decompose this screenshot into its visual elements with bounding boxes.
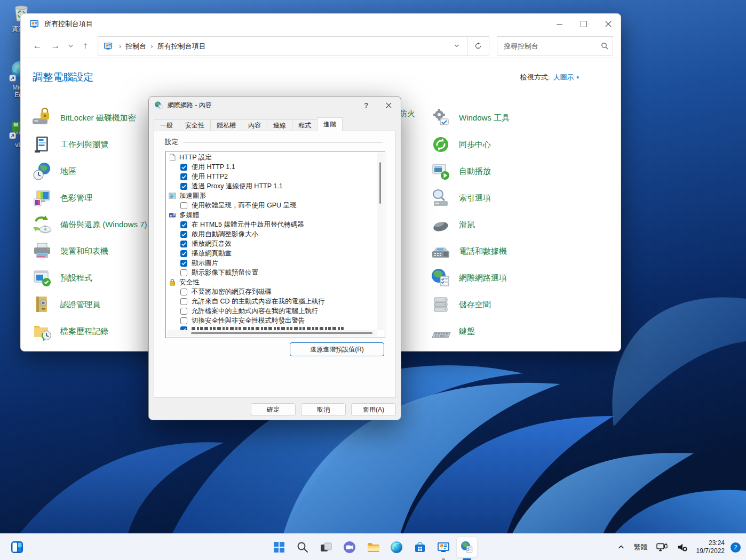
refresh-button[interactable]	[467, 36, 489, 55]
internet-options-button[interactable]	[456, 537, 478, 558]
cpl-item[interactable]: 自動播放	[430, 158, 510, 185]
settings-check-row[interactable]: 顯示影像下載預留位置	[167, 268, 376, 277]
checkbox[interactable]	[180, 308, 187, 315]
settings-check-label: 啟用自動調整影像大小	[192, 230, 258, 239]
ime-language-button[interactable]: 繁體	[632, 542, 650, 552]
tab-進階[interactable]: 進階	[317, 117, 343, 131]
search-button[interactable]	[292, 537, 313, 558]
settings-check-row-partial[interactable]	[167, 325, 376, 330]
settings-check-row[interactable]: 在 HTML5 媒體元件中啟用替代轉碼器	[167, 220, 376, 229]
advanced-tab-page: 設定 HTTP 設定使用 HTTP 1.1使用 HTTP2透過 Proxy 連線…	[154, 131, 396, 398]
checkbox[interactable]	[180, 231, 187, 238]
settings-check-row[interactable]: 允許檔案中的主動式內容在我的電腦上執行	[167, 306, 376, 316]
tab-程式[interactable]: 程式	[292, 119, 318, 131]
store-button[interactable]	[409, 537, 431, 558]
cpl-item[interactable]: 電話和數據機	[430, 238, 510, 265]
tab-內容[interactable]: 內容	[242, 119, 267, 131]
recent-pages-chevron-icon[interactable]	[65, 37, 76, 55]
cpl-item[interactable]: 備份與還原 (Windows 7)	[31, 211, 147, 238]
maximize-button[interactable]	[572, 14, 596, 34]
address-bar[interactable]: › 控制台›所有控制台項目	[98, 36, 467, 55]
control-panel-button[interactable]	[433, 537, 454, 558]
cpl-item[interactable]: 滑鼠	[430, 211, 510, 238]
dialog-help-button[interactable]: ?	[355, 97, 377, 113]
cpl-item[interactable]: 工作列與瀏覽	[31, 131, 147, 158]
close-button[interactable]	[596, 14, 621, 34]
checkbox[interactable]	[180, 317, 187, 324]
checkbox[interactable]	[180, 260, 187, 267]
ok-button[interactable]: 確定	[251, 403, 296, 416]
tray-overflow-button[interactable]	[614, 538, 628, 557]
cpl-item[interactable]: 鍵盤	[430, 318, 510, 345]
network-button[interactable]	[654, 538, 671, 557]
cpl-item[interactable]: 儲存空間	[430, 291, 510, 318]
checkbox[interactable]	[180, 202, 187, 209]
cpl-item-fragment[interactable]: 防火	[399, 109, 415, 119]
checkbox[interactable]	[180, 298, 187, 305]
settings-check-row[interactable]: 啟用自動調整影像大小	[167, 229, 376, 239]
cpl-item[interactable]: Windows 工具	[430, 105, 510, 131]
dialog-tab-strip: 一般安全性隱私權內容連線程式進階	[154, 118, 396, 131]
breadcrumb-segment[interactable]: 所有控制台項目	[155, 42, 208, 50]
checkbox[interactable]	[180, 241, 187, 247]
checkbox[interactable]	[180, 164, 187, 171]
cpl-item[interactable]: 網際網路選項	[430, 265, 510, 291]
cpl-item[interactable]: 同步中心	[430, 131, 510, 158]
dialog-close-button[interactable]	[377, 97, 400, 113]
settings-check-row[interactable]: 顯示圖片	[167, 258, 376, 268]
settings-check-row[interactable]: 透過 Proxy 連線使用 HTTP 1.1	[167, 181, 376, 191]
tab-一般[interactable]: 一般	[154, 119, 179, 131]
cancel-button[interactable]: 取消	[301, 403, 346, 416]
view-by-value[interactable]: 大圖示 ▾	[553, 73, 579, 82]
apply-button[interactable]: 套用(A)	[351, 403, 396, 416]
edge-button[interactable]	[386, 537, 407, 558]
settings-group-label: 安全性	[179, 278, 200, 287]
vertical-scrollbar[interactable]	[377, 153, 384, 330]
volume-button[interactable]	[674, 538, 691, 557]
settings-check-row[interactable]: 使用軟體呈現，而不使用 GPU 呈現	[167, 201, 376, 210]
settings-check-row[interactable]: 播放網頁音效	[167, 239, 376, 249]
tab-連線[interactable]: 連線	[267, 119, 292, 131]
address-dropdown-button[interactable]	[449, 37, 465, 54]
breadcrumb-segment[interactable]: 控制台	[123, 42, 148, 50]
widgets-button[interactable]	[6, 537, 28, 558]
checkbox[interactable]	[180, 173, 187, 180]
checkbox[interactable]	[180, 269, 187, 276]
forward-button[interactable]: →	[46, 37, 65, 55]
notification-badge[interactable]: 2	[731, 542, 741, 553]
cpl-item[interactable]: 認證管理員	[31, 291, 147, 318]
checkbox[interactable]	[180, 326, 187, 330]
cpl-item[interactable]: 地區	[31, 158, 147, 185]
settings-check-row[interactable]: 切換安全性與非安全性模式時發出警告	[167, 316, 376, 325]
start-button[interactable]	[268, 537, 290, 558]
cpl-item[interactable]: 色彩管理	[31, 185, 147, 211]
horizontal-scrollbar-thumb[interactable]	[191, 332, 372, 334]
checkbox[interactable]	[180, 221, 187, 228]
tab-隱私權[interactable]: 隱私權	[210, 119, 242, 131]
file-explorer-button[interactable]	[362, 537, 384, 558]
cpl-item[interactable]: BitLocker 磁碟機加密	[31, 105, 147, 131]
settings-check-row[interactable]: 允許來自 CD 的主動式內容在我的電腦上執行	[167, 297, 376, 306]
checkbox[interactable]	[180, 183, 187, 190]
chat-button[interactable]	[339, 537, 360, 558]
cpl-item[interactable]: 預設程式	[31, 265, 147, 291]
settings-check-row[interactable]: 使用 HTTP2	[167, 172, 376, 181]
up-button[interactable]: ↑	[76, 37, 94, 55]
restore-advanced-defaults-button[interactable]: 還原進階預設值(R)	[290, 342, 384, 356]
cpl-item[interactable]: 索引選項	[430, 185, 510, 211]
cpl-item[interactable]: 裝置和印表機	[31, 238, 147, 265]
cpl-item[interactable]: 檔案歷程記錄	[31, 318, 147, 345]
settings-check-row[interactable]: 播放網頁動畫	[167, 249, 376, 258]
search-input[interactable]	[503, 42, 601, 51]
checkbox[interactable]	[180, 250, 187, 257]
tab-安全性[interactable]: 安全性	[179, 119, 211, 131]
checkbox[interactable]	[180, 289, 187, 295]
minimize-button[interactable]	[547, 14, 572, 34]
clock[interactable]: 23:24 19/7/2022	[696, 539, 725, 555]
settings-check-row[interactable]: 不要將加密的網頁存到磁碟	[167, 287, 376, 297]
settings-check-row[interactable]: 使用 HTTP 1.1	[167, 162, 376, 172]
back-button[interactable]: ←	[28, 37, 46, 55]
horizontal-scrollbar[interactable]	[167, 330, 377, 337]
task-view-button[interactable]	[315, 537, 337, 558]
vertical-scrollbar-thumb[interactable]	[379, 162, 381, 204]
